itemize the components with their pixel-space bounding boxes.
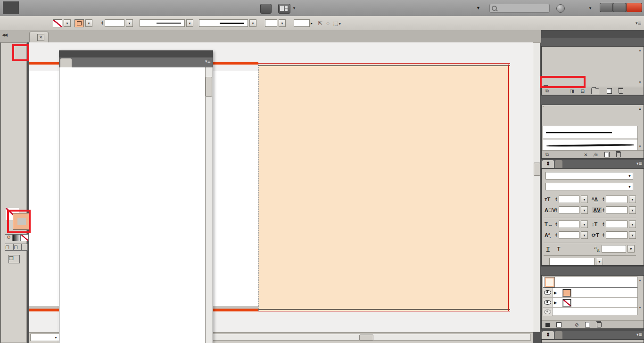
fill-color-chip[interactable]	[563, 299, 571, 306]
swatches-scroll-up-icon[interactable]: ▲	[637, 49, 643, 52]
vertical-scrollbar[interactable]	[533, 42, 540, 332]
vertical-scrollbar-thumb[interactable]	[534, 163, 540, 176]
brush-options-icon[interactable]: ⁄≡	[594, 152, 598, 157]
align-panel-menu-icon[interactable]: ▾≣	[636, 332, 642, 337]
font-size-value[interactable]	[559, 196, 579, 203]
stroke-expand-icon[interactable]: ▶	[554, 291, 557, 295]
new-swatch-icon[interactable]	[607, 88, 612, 94]
char-rotation-value[interactable]	[606, 231, 627, 239]
layers-scrollbar[interactable]	[205, 67, 213, 343]
vertical-scale-caret-icon[interactable]: ▼	[629, 220, 636, 228]
layers-scrollbar-thumb[interactable]	[206, 77, 212, 97]
appearance-scroll-up-icon[interactable]: ▲	[637, 278, 643, 282]
clear-appearance-icon[interactable]: ⊘	[575, 322, 578, 327]
horizontal-scale-value[interactable]	[559, 220, 579, 228]
stroke-proxy-swatch[interactable]	[74, 19, 84, 27]
document-tab[interactable]: ✕	[29, 32, 49, 43]
tab-zeichen[interactable]: ⇕	[542, 160, 554, 168]
kerning-value[interactable]	[559, 206, 579, 214]
stroke-weight-caret-icon[interactable]: ▼	[126, 19, 133, 27]
draw-normal-button[interactable]: ◻	[5, 244, 13, 251]
anti-alias-caret-icon[interactable]: ▼	[627, 245, 635, 253]
baseline-shift-value[interactable]	[559, 231, 579, 239]
control-bar-menu-icon[interactable]: ▾≣	[636, 21, 641, 25]
fill-visibility-icon[interactable]	[544, 300, 551, 305]
gradient-mode-button[interactable]	[13, 234, 21, 241]
appearance-opacity-row[interactable]	[543, 308, 637, 316]
restore-button[interactable]	[613, 3, 626, 12]
simple-brush-item[interactable]	[543, 126, 638, 139]
arrange-documents-icon[interactable]	[278, 4, 290, 14]
char-rotation-caret-icon[interactable]: ▼	[629, 231, 636, 239]
font-size-caret-icon[interactable]: ▼	[581, 196, 588, 203]
brush-definition-caret-icon[interactable]: ▼	[249, 19, 256, 27]
brushes-scroll-up-icon[interactable]: ▲	[637, 107, 643, 110]
none-mode-button[interactable]	[21, 234, 29, 241]
zoom-level-select[interactable]: ▼	[30, 334, 59, 341]
delete-swatch-icon[interactable]	[619, 89, 623, 94]
leading-value[interactable]	[606, 196, 627, 203]
underline-button[interactable]: T	[546, 246, 550, 252]
brush-definition-select[interactable]	[199, 19, 248, 27]
stroke-color-chip[interactable]	[563, 289, 571, 296]
stroke-weight-value[interactable]	[105, 19, 124, 27]
charcoal-brush-item[interactable]	[543, 139, 638, 151]
delete-brush-icon[interactable]	[616, 152, 621, 157]
duplicate-item-icon[interactable]	[585, 322, 590, 327]
document-tab-close-icon[interactable]: ✕	[37, 34, 44, 41]
anti-alias-select[interactable]	[602, 245, 626, 253]
bridge-button[interactable]	[260, 4, 272, 14]
delete-item-icon[interactable]	[597, 322, 602, 327]
tracking-value[interactable]	[606, 206, 627, 214]
screen-mode-button[interactable]: ❐	[8, 255, 20, 263]
font-style-select[interactable]: ▼	[545, 183, 633, 190]
swatches-scroll-down-icon[interactable]: ▼	[637, 81, 643, 84]
cs-live-caret-icon[interactable]: ▼	[588, 6, 592, 10]
baseline-shift-caret-icon[interactable]: ▼	[581, 231, 588, 239]
swatch-kinds-icon[interactable]: ◨	[570, 89, 574, 94]
new-fill-icon[interactable]	[556, 322, 561, 327]
recolor-artwork-icon[interactable]: ◌	[326, 20, 330, 26]
strikethrough-button[interactable]: T	[557, 246, 561, 252]
new-color-group-icon[interactable]	[591, 88, 599, 94]
appearance-stroke-row[interactable]: ▶	[543, 288, 637, 298]
horizontal-scrollbar-thumb[interactable]	[359, 335, 373, 341]
search-input[interactable]	[489, 4, 550, 13]
fill-proxy-caret-icon[interactable]: ▼	[64, 19, 71, 27]
new-stroke-icon[interactable]	[545, 323, 550, 327]
swatch-libraries-icon[interactable]: ⧉	[545, 88, 549, 94]
minimize-button[interactable]	[600, 3, 613, 12]
stroke-visibility-icon[interactable]	[544, 290, 551, 295]
opacity-value[interactable]	[294, 19, 310, 27]
align-options-icon[interactable]: ⬚▼	[333, 20, 341, 26]
leading-caret-icon[interactable]: ▼	[629, 196, 636, 203]
stroke-proxy-caret-icon[interactable]: ▼	[85, 19, 92, 27]
isolate-selection-icon[interactable]: ⇱	[318, 20, 322, 26]
new-brush-icon[interactable]	[604, 152, 610, 157]
layers-panel-menu-icon[interactable]: ▾≣	[205, 59, 211, 64]
character-panel-menu-icon[interactable]: ▾≣	[636, 161, 642, 166]
brushes-scroll-down-icon[interactable]: ▼	[637, 145, 643, 148]
kerning-caret-icon[interactable]: ▼	[581, 206, 588, 214]
style-caret-icon[interactable]: ▼	[279, 19, 286, 27]
arrange-documents-caret-icon[interactable]: ▼	[292, 6, 296, 10]
color-mode-button[interactable]	[5, 234, 13, 241]
width-profile-caret-icon[interactable]: ▼	[186, 19, 193, 27]
draw-inside-button[interactable]	[21, 244, 28, 251]
language-select[interactable]	[549, 258, 594, 265]
layers-panel-header[interactable]	[59, 51, 213, 57]
brush-libraries-icon[interactable]: ⧉	[545, 152, 549, 157]
fill-expand-icon[interactable]: ▶	[554, 301, 557, 305]
remove-brush-stroke-icon[interactable]: ✕	[584, 152, 587, 157]
tab-absatz[interactable]	[555, 160, 562, 168]
close-button[interactable]	[626, 3, 642, 12]
fill-proxy-swatch[interactable]	[53, 19, 62, 27]
appearance-object-row[interactable]	[543, 277, 637, 288]
vertical-scale-value[interactable]	[606, 220, 627, 228]
tab-ausrichten[interactable]: ⇕	[542, 331, 554, 339]
style-select[interactable]	[265, 19, 277, 27]
tracking-caret-icon[interactable]: ▼	[629, 206, 636, 214]
language-caret-icon[interactable]: ▼	[596, 258, 603, 265]
appearance-scroll-down-icon[interactable]: ▼	[637, 306, 643, 309]
width-profile-select[interactable]	[140, 19, 185, 27]
